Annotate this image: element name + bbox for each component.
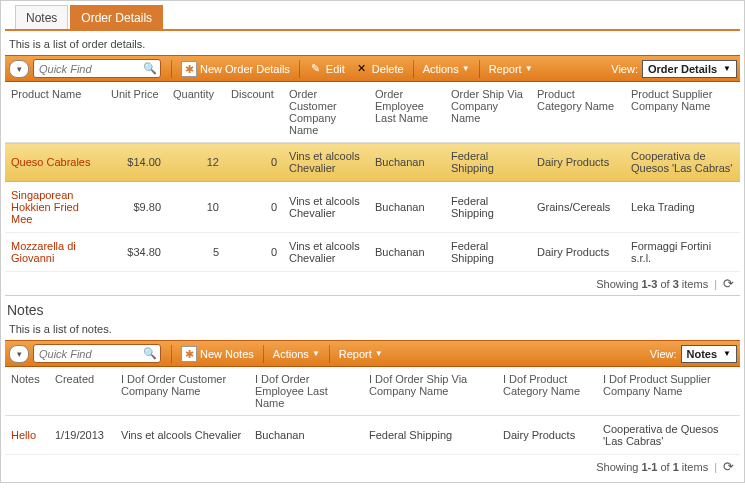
cell-ship: Federal Shipping <box>445 143 531 182</box>
cell-disc: 0 <box>225 182 283 233</box>
edit-button[interactable]: ✎ Edit <box>304 56 350 81</box>
new-icon: ✱ <box>181 346 197 362</box>
col-product-name[interactable]: Product Name <box>5 82 105 143</box>
edit-icon: ✎ <box>309 62 323 76</box>
cell-sup: Cooperativa de Quesos 'Las Cabras' <box>625 143 740 182</box>
cell-emp: Buchanan <box>249 416 363 455</box>
new-notes-button[interactable]: ✱ New Notes <box>176 341 259 366</box>
search-icon[interactable]: 🔍 <box>143 62 157 75</box>
report-dropdown[interactable]: Report▼ <box>484 56 538 81</box>
chevron-down-icon: ▼ <box>312 349 320 358</box>
col-supplier[interactable]: Product Supplier Company Name <box>625 82 740 143</box>
notes-toolbar: ▾ 🔍 ✱ New Notes Actions▼ Report▼ View: N… <box>5 340 740 367</box>
edit-label: Edit <box>326 63 345 75</box>
cell-qty: 12 <box>167 143 225 182</box>
view-value: Notes <box>687 348 718 360</box>
cell-ship: Federal Shipping <box>445 182 531 233</box>
actions-dropdown[interactable]: Actions▼ <box>268 341 325 366</box>
grid-header-row: Notes Created I Dof Order Customer Compa… <box>5 367 740 416</box>
notes-footer: Showing 1-1 of 1 items | ⟳ <box>5 455 740 478</box>
col-discount[interactable]: Discount <box>225 82 283 143</box>
col-unit-price[interactable]: Unit Price <box>105 82 167 143</box>
cell-cust: Vins et alcools Chevalier <box>115 416 249 455</box>
cell-price: $9.80 <box>105 182 167 233</box>
chevron-down-icon: ▼ <box>462 64 470 73</box>
cell-disc: 0 <box>225 233 283 272</box>
collapse-toggle[interactable]: ▾ <box>9 345 29 363</box>
cell-cust: Vins et alcools Chevalier <box>283 182 369 233</box>
app-frame: { "tabs": {"notes":"Notes","order_detail… <box>0 0 745 483</box>
cell-qty: 10 <box>167 182 225 233</box>
col-supplier[interactable]: I Dof Product Supplier Company Name <box>597 367 740 416</box>
delete-button[interactable]: ✕ Delete <box>350 56 409 81</box>
notes-title: Notes <box>5 296 740 320</box>
quick-find-input[interactable] <box>37 62 141 76</box>
report-dropdown[interactable]: Report▼ <box>334 341 388 366</box>
table-row[interactable]: Queso Cabrales$14.00120Vins et alcools C… <box>5 143 740 182</box>
tab-strip: Notes Order Details <box>5 5 740 31</box>
chevron-down-icon: ▼ <box>723 64 731 73</box>
table-row[interactable]: Mozzarella di Giovanni$34.8050Vins et al… <box>5 233 740 272</box>
refresh-button[interactable]: ⟳ <box>723 459 734 474</box>
col-customer[interactable]: Order Customer Company Name <box>283 82 369 143</box>
notes-subtitle: This is a list of notes. <box>5 320 740 340</box>
view-label: View: <box>650 348 677 360</box>
cell-cust: Vins et alcools Chevalier <box>283 233 369 272</box>
notes-grid: Notes Created I Dof Order Customer Compa… <box>5 367 740 455</box>
footer-text: Showing 1-3 of 3 items <box>596 278 708 290</box>
view-selector[interactable]: Order Details ▼ <box>642 60 737 78</box>
quick-find-box: 🔍 <box>33 59 161 78</box>
chevron-down-icon: ▼ <box>525 64 533 73</box>
order-details-footer: Showing 1-3 of 3 items | ⟳ <box>5 272 740 296</box>
new-label: New Order Details <box>200 63 290 75</box>
quick-find-input[interactable] <box>37 347 141 361</box>
col-created[interactable]: Created <box>49 367 115 416</box>
order-details-subtitle: This is a list of order details. <box>5 35 740 55</box>
cell-sup: Formaggi Fortini s.r.l. <box>625 233 740 272</box>
cell-note[interactable]: Hello <box>5 416 49 455</box>
tab-notes[interactable]: Notes <box>15 5 68 29</box>
delete-label: Delete <box>372 63 404 75</box>
col-quantity[interactable]: Quantity <box>167 82 225 143</box>
new-order-details-button[interactable]: ✱ New Order Details <box>176 56 295 81</box>
actions-dropdown[interactable]: Actions▼ <box>418 56 475 81</box>
col-shipvia[interactable]: I Dof Order Ship Via Company Name <box>363 367 497 416</box>
tab-order-details[interactable]: Order Details <box>70 5 163 29</box>
cell-cat: Dairy Products <box>531 143 625 182</box>
footer-text: Showing 1-1 of 1 items <box>596 461 708 473</box>
quick-find-box: 🔍 <box>33 344 161 363</box>
cell-product[interactable]: Mozzarella di Giovanni <box>5 233 105 272</box>
delete-icon: ✕ <box>355 62 369 76</box>
col-category[interactable]: Product Category Name <box>531 82 625 143</box>
table-row[interactable]: Hello1/19/2013Vins et alcools ChevalierB… <box>5 416 740 455</box>
table-row[interactable]: Singaporean Hokkien Fried Mee$9.80100Vin… <box>5 182 740 233</box>
chevron-down-icon: ▼ <box>375 349 383 358</box>
cell-cat: Grains/Cereals <box>531 182 625 233</box>
search-icon[interactable]: 🔍 <box>143 347 157 360</box>
cell-cat: Dairy Products <box>497 416 597 455</box>
cell-product[interactable]: Queso Cabrales <box>5 143 105 182</box>
cell-product[interactable]: Singaporean Hokkien Fried Mee <box>5 182 105 233</box>
col-category[interactable]: I Dof Product Category Name <box>497 367 597 416</box>
cell-emp: Buchanan <box>369 233 445 272</box>
col-employee[interactable]: I Dof Order Employee Last Name <box>249 367 363 416</box>
cell-ship: Federal Shipping <box>363 416 497 455</box>
actions-label: Actions <box>423 63 459 75</box>
cell-qty: 5 <box>167 233 225 272</box>
col-employee[interactable]: Order Employee Last Name <box>369 82 445 143</box>
view-selector[interactable]: Notes ▼ <box>681 345 737 363</box>
col-notes[interactable]: Notes <box>5 367 49 416</box>
cell-disc: 0 <box>225 143 283 182</box>
view-value: Order Details <box>648 63 717 75</box>
col-customer[interactable]: I Dof Order Customer Company Name <box>115 367 249 416</box>
new-icon: ✱ <box>181 61 197 77</box>
report-label: Report <box>339 348 372 360</box>
cell-sup: Cooperativa de Quesos 'Las Cabras' <box>597 416 740 455</box>
collapse-toggle[interactable]: ▾ <box>9 60 29 78</box>
cell-emp: Buchanan <box>369 143 445 182</box>
refresh-button[interactable]: ⟳ <box>723 276 734 291</box>
col-shipvia[interactable]: Order Ship Via Company Name <box>445 82 531 143</box>
cell-ship: Federal Shipping <box>445 233 531 272</box>
grid-header-row: Product Name Unit Price Quantity Discoun… <box>5 82 740 143</box>
new-label: New Notes <box>200 348 254 360</box>
